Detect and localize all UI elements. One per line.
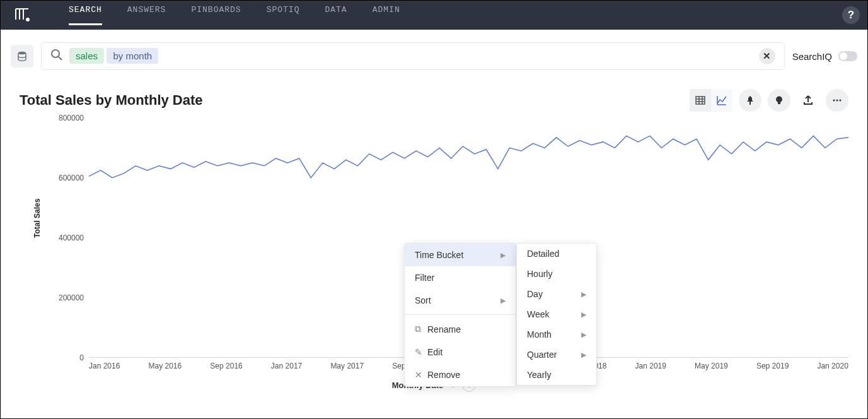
menu-item-label: Rename xyxy=(427,324,506,334)
svg-line-7 xyxy=(59,57,62,60)
svg-rect-17 xyxy=(778,102,780,104)
chevron-right-icon: ▶ xyxy=(581,351,586,359)
submenu-item-label: Yearly xyxy=(527,370,551,380)
svg-point-18 xyxy=(833,100,835,102)
nav-item-answers[interactable]: ANSWERS xyxy=(127,5,166,25)
y-tick: 600000 xyxy=(46,174,84,182)
chevron-right-icon: ▶ xyxy=(581,331,586,339)
search-chip[interactable]: sales xyxy=(69,48,104,64)
nav-item-admin[interactable]: ADMIN xyxy=(373,5,400,25)
x-tick: Jan 2017 xyxy=(271,362,302,370)
svg-point-4 xyxy=(26,18,29,21)
submenu-item-label: Month xyxy=(527,329,552,339)
menu-item-time-bucket[interactable]: Time Bucket▶ xyxy=(405,244,516,266)
search-icon xyxy=(50,49,63,64)
menu-item-label: Edit xyxy=(427,347,506,357)
clear-search-button[interactable]: ✕ xyxy=(759,48,775,64)
y-tick: 200000 xyxy=(46,293,84,302)
help-button[interactable]: ? xyxy=(842,6,860,24)
pin-button[interactable] xyxy=(739,89,761,112)
app-logo[interactable] xyxy=(13,6,31,24)
table-view-button[interactable] xyxy=(690,89,711,112)
x-tick: Sep 2019 xyxy=(756,362,789,370)
menu-item-label: Time Bucket xyxy=(415,250,501,260)
submenu-item-yearly[interactable]: Yearly xyxy=(517,365,596,385)
y-axis-ticks: 0200000400000600000800000 xyxy=(46,118,84,358)
x-tick: Sep 2016 xyxy=(210,362,242,370)
x-tick: Jan 2019 xyxy=(635,362,666,370)
submenu-item-detailed[interactable]: Detailed xyxy=(517,244,596,264)
y-tick: 400000 xyxy=(46,233,84,242)
svg-point-6 xyxy=(52,50,59,57)
y-tick: 800000 xyxy=(46,114,84,122)
share-button[interactable] xyxy=(797,89,819,112)
submenu-item-quarter[interactable]: Quarter▶ xyxy=(517,345,596,365)
search-chip[interactable]: by month xyxy=(107,48,158,64)
svg-point-16 xyxy=(776,97,782,103)
action-icons xyxy=(690,89,848,112)
svg-point-19 xyxy=(836,100,838,102)
menu-item-label: Sort xyxy=(415,295,501,305)
menu-item-remove[interactable]: ✕Remove xyxy=(405,363,516,386)
time-bucket-submenu: DetailedHourlyDay▶Week▶Month▶Quarter▶Yea… xyxy=(516,243,597,386)
x-tick: Jan 2020 xyxy=(817,362,848,370)
line-chart-icon xyxy=(716,95,727,106)
svg-rect-8 xyxy=(696,97,705,104)
remove-icon: ✕ xyxy=(415,370,427,380)
lightbulb-icon xyxy=(774,95,784,105)
submenu-item-hourly[interactable]: Hourly xyxy=(517,264,596,284)
nav-item-pinboards[interactable]: PINBOARDS xyxy=(191,5,241,25)
menu-item-label: Filter xyxy=(415,273,506,283)
nav-item-search[interactable]: SEARCH xyxy=(69,5,102,25)
menu-item-rename[interactable]: ⧉Rename xyxy=(405,317,516,341)
y-axis-label: Total Sales xyxy=(33,199,42,238)
menu-item-filter[interactable]: Filter xyxy=(405,266,516,289)
x-tick: May 2017 xyxy=(330,362,364,370)
svg-point-20 xyxy=(840,100,842,102)
menu-item-sort[interactable]: Sort▶ xyxy=(405,289,516,312)
context-menu: Time Bucket▶FilterSort▶⧉Rename✎Edit✕Remo… xyxy=(404,243,516,387)
data-source-button[interactable] xyxy=(11,45,33,68)
chevron-right-icon: ▶ xyxy=(581,310,586,319)
search-row: sales by month ✕ SearchIQ xyxy=(1,30,867,83)
rename-icon: ⧉ xyxy=(415,324,427,334)
submenu-item-label: Detailed xyxy=(527,249,559,259)
submenu-item-week[interactable]: Week▶ xyxy=(517,304,596,324)
title-row: Total Sales by Monthly Date xyxy=(20,89,848,112)
submenu-item-label: Hourly xyxy=(527,269,552,279)
chevron-right-icon: ▶ xyxy=(581,290,586,298)
nav-item-spotiq[interactable]: SPOTIQ xyxy=(267,5,300,25)
submenu-item-label: Day xyxy=(527,289,543,299)
more-button[interactable] xyxy=(826,89,848,112)
x-tick: Jan 2016 xyxy=(89,362,120,370)
chart-view-button[interactable] xyxy=(711,89,732,112)
chevron-right-icon: ▶ xyxy=(501,297,506,305)
submenu-item-month[interactable]: Month▶ xyxy=(517,324,596,345)
svg-point-5 xyxy=(18,52,26,55)
nav-item-data[interactable]: DATA xyxy=(325,5,347,25)
x-tick: May 2016 xyxy=(149,362,182,370)
x-tick: May 2019 xyxy=(695,362,728,370)
top-nav: SEARCHANSWERSPINBOARDSSPOTIQDATAADMIN ? xyxy=(1,1,867,30)
submenu-item-day[interactable]: Day▶ xyxy=(517,284,596,304)
pin-icon xyxy=(745,95,755,105)
edit-icon: ✎ xyxy=(415,347,427,357)
database-icon xyxy=(16,50,28,62)
submenu-item-label: Quarter xyxy=(527,350,557,360)
search-bar[interactable]: sales by month ✕ xyxy=(41,42,785,70)
searchiq-label: SearchIQ xyxy=(792,51,832,62)
table-icon xyxy=(695,95,706,106)
submenu-item-label: Week xyxy=(527,309,550,319)
chevron-right-icon: ▶ xyxy=(501,251,506,259)
menu-item-edit[interactable]: ✎Edit xyxy=(405,341,516,363)
searchiq-toggle-group: SearchIQ xyxy=(792,51,857,62)
searchiq-toggle[interactable] xyxy=(838,51,857,61)
nav-items: SEARCHANSWERSPINBOARDSSPOTIQDATAADMIN xyxy=(69,5,400,25)
insights-button[interactable] xyxy=(768,89,790,112)
share-icon xyxy=(802,95,814,106)
menu-item-label: Remove xyxy=(427,370,506,380)
chart-title: Total Sales by Monthly Date xyxy=(20,92,203,109)
more-icon xyxy=(831,95,843,106)
y-tick: 0 xyxy=(46,353,84,362)
